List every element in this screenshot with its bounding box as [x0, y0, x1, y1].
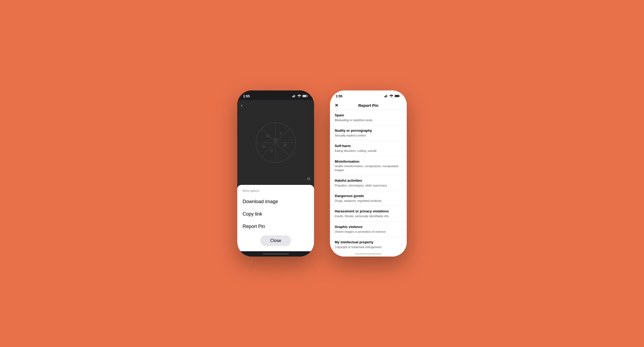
svg-point-14 [280, 132, 282, 135]
more-options-label: More options [237, 189, 314, 195]
svg-rect-1 [293, 95, 294, 97]
close-button[interactable]: Close [260, 235, 291, 246]
back-arrow-icon[interactable]: ‹ [241, 103, 243, 108]
status-bar-right: 1:55 [330, 90, 407, 100]
left-phone: 1:55 ‹ [237, 90, 314, 257]
home-indicator-left [237, 251, 314, 257]
dark-content: ‹ ⊙ More options Download image Copy li [237, 100, 314, 257]
report-item-hateful[interactable]: Hateful activities Prejudice, stereotype… [330, 175, 407, 191]
report-item-selfharm[interactable]: Self-harm Eating disorders, cutting, sui… [330, 141, 407, 156]
status-bar-left: 1:55 [237, 90, 314, 100]
misinfo-title: Misinformation [335, 159, 399, 164]
status-icons-left [292, 95, 308, 97]
report-item-dangerous[interactable]: Dangerous goods Drugs, weapons, regulate… [330, 191, 407, 206]
report-item-nudity[interactable]: Nudity or pornography Sexually explicit … [330, 125, 407, 141]
ip-title: My intellectual property [335, 240, 399, 245]
report-pin-content: ✕ Report Pin Spam Misleading or repetiti… [330, 100, 407, 257]
chevron-icon-spam: › [401, 116, 402, 120]
copy-link-item[interactable]: Copy link [237, 208, 314, 220]
report-header: ✕ Report Pin [330, 100, 407, 110]
svg-rect-3 [295, 95, 295, 97]
nudity-title: Nudity or pornography [335, 129, 399, 133]
dangerous-subtitle: Drugs, weapons, regulated products [335, 199, 399, 203]
ip-subtitle: Copyright or trademark infringement [335, 245, 399, 249]
selfharm-subtitle: Eating disorders, cutting, suicide [335, 149, 399, 153]
svg-rect-26 [400, 95, 400, 97]
chevron-icon-misinfo: › [401, 164, 402, 168]
violence-subtitle: Violent images or promotion of violence [335, 230, 399, 234]
svg-point-23 [391, 97, 392, 98]
chevron-icon-ip: › [401, 243, 402, 246]
svg-point-16 [270, 149, 273, 152]
spam-title: Spam [335, 113, 399, 118]
svg-rect-22 [387, 95, 387, 97]
image-area: ‹ ⊙ [237, 100, 314, 185]
svg-rect-2 [294, 95, 294, 97]
chevron-icon-violence: › [401, 227, 402, 231]
svg-point-15 [283, 143, 287, 147]
download-image-item[interactable]: Download image [237, 195, 314, 208]
report-item-spam[interactable]: Spam Misleading or repetitive posts › [330, 110, 407, 125]
report-item-violence[interactable]: Graphic violence Violent images or promo… [330, 222, 407, 237]
svg-point-13 [266, 134, 269, 138]
svg-rect-19 [384, 96, 385, 97]
harassment-title: Harassment or privacy violations [335, 209, 399, 214]
misinfo-subtitle: Health misinformation, conspiracies, man… [335, 164, 399, 172]
svg-rect-21 [386, 95, 387, 97]
bottom-sheet: More options Download image Copy link Re… [237, 185, 314, 251]
status-icons-right [384, 95, 401, 97]
report-pin-item[interactable]: Report Pin [237, 220, 314, 233]
svg-point-4 [299, 97, 300, 98]
svg-rect-0 [292, 96, 293, 97]
svg-rect-25 [395, 95, 399, 97]
chevron-icon-selfharm: › [401, 146, 402, 150]
svg-rect-6 [303, 95, 306, 97]
report-item-ip[interactable]: My intellectual property Copyright or tr… [330, 237, 407, 251]
chevron-icon-nudity: › [401, 131, 402, 135]
report-item-harassment[interactable]: Harassment or privacy violations Insults… [330, 206, 407, 221]
close-button-container: Close [237, 235, 314, 249]
svg-point-17 [262, 145, 265, 148]
chevron-icon-harassment: › [401, 212, 402, 216]
close-x-button[interactable]: ✕ [335, 103, 338, 108]
harassment-subtitle: Insults, threats, personally identifiabl… [335, 214, 399, 218]
report-title: Report Pin [358, 103, 378, 108]
pizza-graphic [254, 121, 297, 164]
svg-rect-20 [385, 95, 386, 97]
violence-title: Graphic violence [335, 225, 399, 229]
dangerous-title: Dangerous goods [335, 194, 399, 198]
time-left: 1:55 [243, 94, 250, 98]
hateful-title: Hateful activities [335, 179, 399, 183]
right-phone: 1:55 ✕ Report Pin [330, 90, 407, 257]
chevron-icon-dangerous: › [401, 196, 402, 200]
report-list: Spam Misleading or repetitive posts › Nu… [330, 110, 407, 251]
svg-rect-7 [307, 95, 308, 97]
camera-icon: ⊙ [307, 176, 310, 181]
spam-subtitle: Misleading or repetitive posts [335, 118, 399, 122]
report-item-misinfo[interactable]: Misinformation Health misinformation, co… [330, 156, 407, 175]
nudity-subtitle: Sexually explicit content [335, 134, 399, 137]
time-right: 1:55 [336, 94, 342, 98]
selfharm-title: Self-harm [335, 144, 399, 148]
home-indicator-right [330, 251, 407, 257]
svg-point-18 [274, 138, 278, 142]
chevron-icon-hateful: › [401, 181, 402, 185]
hateful-subtitle: Prejudice, stereotypes, white supremacy [335, 184, 399, 187]
